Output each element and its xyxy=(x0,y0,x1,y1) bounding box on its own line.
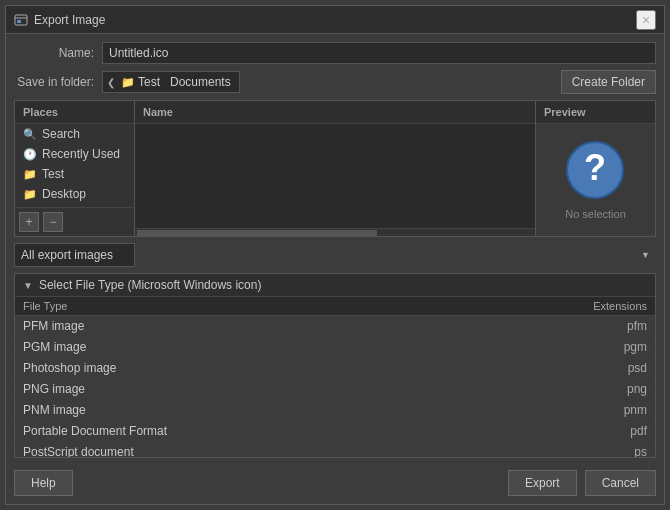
close-button[interactable]: × xyxy=(636,10,656,30)
table-row[interactable]: Portable Document Formatpdf xyxy=(15,421,655,442)
breadcrumb-test-label: Test xyxy=(138,75,160,89)
breadcrumb-item-documents[interactable]: Documents xyxy=(166,75,235,89)
file-type-section: ▼ Select File Type (Microsoft Windows ic… xyxy=(14,273,656,458)
preview-header: Preview xyxy=(536,101,655,124)
places-header: Places xyxy=(15,101,134,124)
table-row[interactable]: PNM imagepnm xyxy=(15,400,655,421)
col-file-type: File Type xyxy=(15,297,461,316)
save-folder-label: Save in folder: xyxy=(14,75,94,89)
name-label: Name: xyxy=(14,46,94,60)
create-folder-button[interactable]: Create Folder xyxy=(561,70,656,94)
files-list[interactable] xyxy=(135,124,535,228)
filter-select[interactable]: All export images PNG image JPEG image I… xyxy=(14,243,135,267)
ext-cell: pdf xyxy=(461,421,655,442)
places-item-test[interactable]: 📁 Test xyxy=(15,164,134,184)
main-area: Places 🔍 Search 🕐 Recently Used 📁 Test xyxy=(14,100,656,237)
remove-place-button[interactable]: − xyxy=(43,212,63,232)
file-type-cell: PostScript document xyxy=(15,442,461,458)
preview-question-icon: ? xyxy=(565,140,625,200)
folder-icon: 📁 xyxy=(23,168,37,181)
file-type-cell: PNG image xyxy=(15,379,461,400)
table-row[interactable]: PostScript documentps xyxy=(15,442,655,458)
title-bar: Export Image × xyxy=(6,6,664,34)
table-row[interactable]: PFM imagepfm xyxy=(15,316,655,337)
dialog-icon xyxy=(14,13,28,27)
action-buttons: Export Cancel xyxy=(508,470,656,496)
file-type-cell: PGM image xyxy=(15,337,461,358)
ext-cell: pgm xyxy=(461,337,655,358)
files-panel: Name xyxy=(135,101,535,236)
filter-select-wrapper: All export images PNG image JPEG image I… xyxy=(14,243,656,267)
name-input[interactable] xyxy=(102,42,656,64)
filter-row: All export images PNG image JPEG image I… xyxy=(14,243,656,267)
ext-cell: png xyxy=(461,379,655,400)
collapse-icon[interactable]: ▼ xyxy=(23,280,33,291)
file-type-table: File Type Extensions PFM imagepfmPGM ima… xyxy=(15,297,655,457)
places-label-search: Search xyxy=(42,127,80,141)
files-header: Name xyxy=(135,101,535,124)
search-icon: 🔍 xyxy=(23,128,37,141)
file-type-cell: Photoshop image xyxy=(15,358,461,379)
scrollbar-thumb xyxy=(137,230,377,236)
breadcrumb-back-icon[interactable]: ❮ xyxy=(107,77,115,88)
export-button[interactable]: Export xyxy=(508,470,577,496)
table-row[interactable]: PNG imagepng xyxy=(15,379,655,400)
preview-content: ? No selection xyxy=(565,124,626,236)
breadcrumb-documents-label: Documents xyxy=(170,75,231,89)
places-bottom-bar: + − xyxy=(15,207,134,236)
file-type-header-text: Select File Type (Microsoft Windows icon… xyxy=(39,278,262,292)
file-type-cell: PNM image xyxy=(15,400,461,421)
svg-text:?: ? xyxy=(584,147,606,188)
ext-cell: psd xyxy=(461,358,655,379)
ext-cell: pfm xyxy=(461,316,655,337)
places-label-recent: Recently Used xyxy=(42,147,120,161)
horizontal-scrollbar[interactable] xyxy=(135,228,535,236)
table-row[interactable]: PGM imagepgm xyxy=(15,337,655,358)
svg-rect-1 xyxy=(17,20,21,23)
help-button[interactable]: Help xyxy=(14,470,73,496)
places-panel: Places 🔍 Search 🕐 Recently Used 📁 Test xyxy=(15,101,135,236)
add-place-button[interactable]: + xyxy=(19,212,39,232)
places-item-recent[interactable]: 🕐 Recently Used xyxy=(15,144,134,164)
dialog-title: Export Image xyxy=(34,13,636,27)
places-item-search[interactable]: 🔍 Search xyxy=(15,124,134,144)
file-type-cell: PFM image xyxy=(15,316,461,337)
places-list: 🔍 Search 🕐 Recently Used 📁 Test 📁 Deskto… xyxy=(15,124,134,207)
bottom-bar: Help Export Cancel xyxy=(14,464,656,496)
places-label-test: Test xyxy=(42,167,64,181)
preview-panel: Preview ? No selection xyxy=(535,101,655,236)
folder-icon: 📁 xyxy=(121,76,135,89)
breadcrumb-item-test[interactable]: 📁 Test xyxy=(117,75,164,89)
file-type-scroll[interactable]: File Type Extensions PFM imagepfmPGM ima… xyxy=(15,297,655,457)
file-type-cell: Portable Document Format xyxy=(15,421,461,442)
no-selection-text: No selection xyxy=(565,208,626,220)
save-folder-row: Save in folder: ❮ 📁 Test Documents Creat… xyxy=(14,70,656,94)
clock-icon: 🕐 xyxy=(23,148,37,161)
file-type-header: ▼ Select File Type (Microsoft Windows ic… xyxy=(15,274,655,297)
table-row[interactable]: Photoshop imagepsd xyxy=(15,358,655,379)
name-row: Name: xyxy=(14,42,656,64)
breadcrumb-nav[interactable]: ❮ 📁 Test Documents xyxy=(102,71,240,93)
ext-cell: pnm xyxy=(461,400,655,421)
ext-cell: ps xyxy=(461,442,655,458)
col-extensions: Extensions xyxy=(461,297,655,316)
places-label-desktop: Desktop xyxy=(42,187,86,201)
places-item-desktop[interactable]: 📁 Desktop xyxy=(15,184,134,204)
cancel-button[interactable]: Cancel xyxy=(585,470,656,496)
folder-icon: 📁 xyxy=(23,188,37,201)
